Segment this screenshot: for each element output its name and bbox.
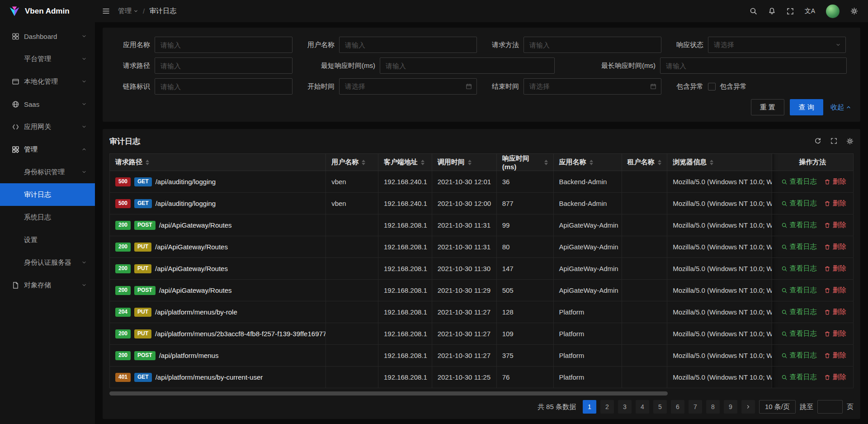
tenant-name-cell [622, 301, 667, 323]
settings-gear-icon[interactable] [850, 7, 858, 15]
collapse-link[interactable]: 收起 [830, 103, 851, 112]
search-icon[interactable] [750, 7, 757, 15]
translate-icon[interactable]: 文A [805, 7, 815, 15]
sort-icon[interactable] [590, 160, 593, 165]
card-title: 审计日志 [109, 136, 140, 147]
next-page-button[interactable] [741, 400, 755, 414]
user-name-input[interactable] [339, 37, 477, 53]
column-settings-icon[interactable] [846, 138, 854, 145]
breadcrumb-parent[interactable]: 管理 [118, 7, 138, 15]
sidebar-item-platform[interactable]: 平台管理 [0, 48, 95, 70]
browser-info-cell: Mozilla/5.0 (Windows NT 10.0; Win64 [667, 236, 772, 258]
view-log-button[interactable]: 查看日志 [781, 199, 817, 208]
sidebar-subitem-identity[interactable]: 身份标识管理 [0, 161, 95, 183]
page-size-select[interactable]: 10 条/页 [759, 400, 796, 414]
column-header-response-time[interactable]: 响应时间(ms) [496, 154, 553, 171]
delete-button[interactable]: 删除 [824, 264, 846, 273]
delete-button[interactable]: 删除 [824, 308, 846, 316]
fullscreen-icon[interactable] [787, 8, 794, 15]
page-button-3[interactable]: 3 [618, 400, 632, 414]
end-time-picker[interactable]: 请选择 [524, 78, 661, 95]
max-response-time-input[interactable] [660, 57, 847, 74]
sidebar-item-management[interactable]: 管理 [0, 138, 95, 161]
column-header-app-name[interactable]: 应用名称 [553, 154, 622, 171]
calendar-icon [466, 83, 472, 90]
avatar[interactable] [826, 5, 840, 18]
sidebar-item-object-storage[interactable]: 对象存储 [0, 274, 95, 296]
sort-icon[interactable] [146, 160, 149, 165]
view-log-button[interactable]: 查看日志 [781, 308, 817, 316]
client-address-cell: 192.168.208.1 [378, 214, 432, 236]
page-button-6[interactable]: 6 [671, 400, 684, 414]
view-log-button[interactable]: 查看日志 [781, 221, 817, 229]
page-button-1[interactable]: 1 [583, 400, 596, 414]
trace-id-input[interactable] [155, 78, 292, 95]
reset-button[interactable]: 重 置 [751, 99, 784, 115]
include-exception-checkbox[interactable] [708, 83, 716, 91]
page-button-4[interactable]: 4 [636, 400, 649, 414]
sidebar-subitem-label: 身份标识管理 [24, 168, 81, 176]
sidebar-subitem-label: 审计日志 [24, 191, 87, 199]
refresh-icon[interactable] [814, 138, 821, 145]
delete-button[interactable]: 删除 [824, 286, 846, 295]
delete-button[interactable]: 删除 [824, 177, 846, 186]
min-response-time-input[interactable] [380, 57, 555, 74]
logo[interactable]: Vben Admin [0, 0, 95, 22]
sidebar-item-localization[interactable]: 本地化管理 [0, 70, 95, 93]
sidebar-subitem-settings[interactable]: 设置 [0, 229, 95, 251]
user-name-cell [326, 323, 378, 345]
column-header-client-address[interactable]: 客户端地址 [378, 154, 432, 171]
jump-page-input[interactable] [817, 400, 843, 414]
column-header-tenant-name[interactable]: 租户名称 [622, 154, 667, 171]
sort-icon[interactable] [421, 160, 425, 165]
select-placeholder: 请选择 [714, 41, 734, 49]
view-log-button[interactable]: 查看日志 [781, 351, 817, 360]
view-log-button[interactable]: 查看日志 [781, 177, 817, 186]
page-button-9[interactable]: 9 [724, 400, 737, 414]
delete-button[interactable]: 删除 [824, 373, 846, 381]
column-header-user-name[interactable]: 用户名称 [326, 154, 378, 171]
column-header-browser-info[interactable]: 浏览器信息 [667, 154, 772, 171]
view-log-button[interactable]: 查看日志 [781, 329, 817, 338]
view-log-button[interactable]: 查看日志 [781, 243, 817, 251]
sidebar-item-saas[interactable]: Saas [0, 93, 95, 115]
sidebar-item-gateway[interactable]: 应用网关 [0, 115, 95, 138]
response-status-select[interactable]: 请选择 [708, 37, 846, 53]
sort-icon[interactable] [544, 160, 548, 165]
column-header-call-time[interactable]: 调用时间 [432, 154, 496, 171]
sidebar-item-dashboard[interactable]: Dashboard [0, 25, 95, 48]
request-method-input[interactable] [524, 37, 661, 53]
delete-button[interactable]: 删除 [824, 243, 846, 251]
delete-button[interactable]: 删除 [824, 221, 846, 229]
sort-icon[interactable] [468, 160, 472, 165]
view-log-button[interactable]: 查看日志 [781, 264, 817, 273]
app-name-input[interactable] [155, 37, 292, 53]
sort-icon[interactable] [710, 160, 713, 165]
delete-button[interactable]: 删除 [824, 329, 846, 338]
search-button[interactable]: 查 询 [790, 99, 823, 115]
delete-button[interactable]: 删除 [824, 351, 846, 360]
browser-info-cell: Mozilla/5.0 (Windows NT 10.0; Win64 [667, 345, 772, 367]
table-row: 200POST/api/ApiGateway/Routes192.168.208… [110, 214, 854, 236]
scrollbar-thumb[interactable] [109, 391, 668, 395]
pagination: 共 85 条数据 123456789 10 条/页 跳至 页 [109, 400, 854, 414]
page-button-5[interactable]: 5 [653, 400, 667, 414]
notification-bell-icon[interactable] [768, 7, 776, 15]
maximize-icon[interactable] [830, 138, 837, 145]
page-button-2[interactable]: 2 [600, 400, 614, 414]
delete-button[interactable]: 删除 [824, 199, 846, 208]
page-button-8[interactable]: 8 [706, 400, 720, 414]
method-badge: PUT [134, 264, 151, 273]
sort-icon[interactable] [658, 160, 661, 165]
sidebar-subitem-system-log[interactable]: 系统日志 [0, 206, 95, 229]
view-log-button[interactable]: 查看日志 [781, 373, 817, 381]
page-button-7[interactable]: 7 [689, 400, 702, 414]
view-log-button[interactable]: 查看日志 [781, 286, 817, 295]
column-header-request-path[interactable]: 请求路径 [110, 154, 326, 171]
sort-icon[interactable] [362, 160, 365, 165]
sidebar-subitem-auth-server[interactable]: 身份认证服务器 [0, 251, 95, 274]
request-path-input[interactable] [155, 57, 292, 74]
sidebar-subitem-audit-log[interactable]: 审计日志 [0, 183, 95, 206]
start-time-picker[interactable]: 请选择 [339, 78, 477, 95]
sidebar-collapse-icon[interactable] [102, 7, 110, 15]
